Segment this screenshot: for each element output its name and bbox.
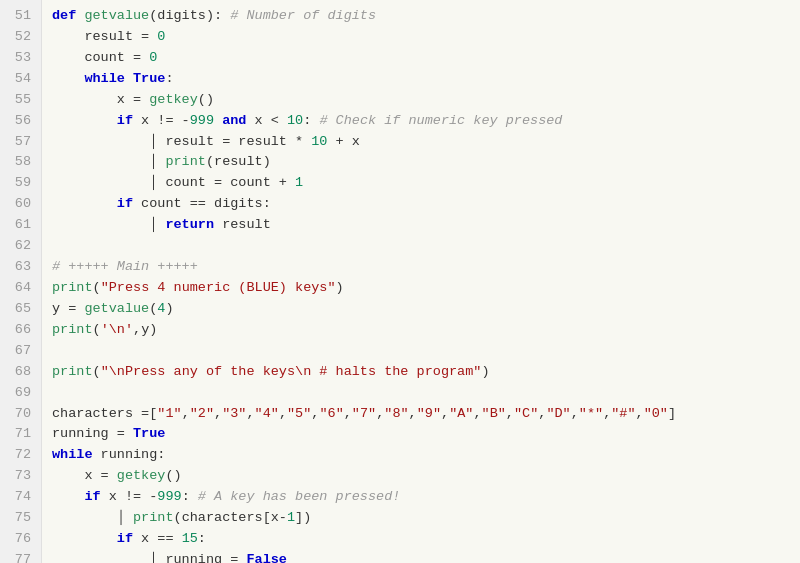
token-nu: 10 (287, 113, 303, 128)
code-line: if x == 15: (52, 529, 790, 550)
token-nm: x != - (101, 489, 158, 504)
token-st: "0" (644, 406, 668, 421)
code-line: result = 0 (52, 27, 790, 48)
token-nm: () (165, 468, 181, 483)
line-numbers-gutter: 5152535455565758596061626364656667686970… (0, 0, 42, 563)
code-line: print("\nPress any of the keys\n # halts… (52, 362, 790, 383)
token-kw: True (133, 426, 165, 441)
token-nm: x = (52, 468, 117, 483)
code-line: # +++++ Main +++++ (52, 257, 790, 278)
token-nm: ,y) (133, 322, 157, 337)
token-nm: , (182, 406, 190, 421)
line-number: 72 (6, 445, 31, 466)
token-st: "4" (255, 406, 279, 421)
line-number: 54 (6, 69, 31, 90)
token-nu: 15 (182, 531, 198, 546)
token-cm: # A key has been pressed! (198, 489, 401, 504)
token-nm: y = (52, 301, 84, 316)
token-nu: 10 (311, 134, 327, 149)
token-st: "#" (611, 406, 635, 421)
token-st: "9" (417, 406, 441, 421)
token-nm: , (571, 406, 579, 421)
token-st: "B" (482, 406, 506, 421)
code-line: while running: (52, 445, 790, 466)
token-nm (52, 196, 117, 211)
token-nu: 999 (157, 489, 181, 504)
token-nu: 999 (190, 113, 214, 128)
token-cm: # +++++ Main +++++ (52, 259, 198, 274)
token-st: "7" (352, 406, 376, 421)
token-fn: print (52, 364, 93, 379)
code-line: x = getkey() (52, 466, 790, 487)
line-number: 56 (6, 111, 31, 132)
token-nu: 1 (295, 175, 303, 190)
code-line: y = getvalue(4) (52, 299, 790, 320)
token-nm: , (214, 406, 222, 421)
token-nm: ) (336, 280, 344, 295)
line-number: 73 (6, 466, 31, 487)
token-nm: x < (246, 113, 287, 128)
token-nm: x != - (133, 113, 190, 128)
token-nm: : (165, 71, 173, 86)
line-number: 69 (6, 383, 31, 404)
token-nm: x == (133, 531, 182, 546)
line-number: 51 (6, 6, 31, 27)
token-nm: + x (327, 134, 359, 149)
token-st: "2" (190, 406, 214, 421)
token-nm: ] (668, 406, 676, 421)
token-nm: │ count = count + (52, 175, 295, 190)
token-nm (52, 71, 84, 86)
line-number: 62 (6, 236, 31, 257)
token-kw: if (117, 196, 133, 211)
line-number: 68 (6, 362, 31, 383)
code-line: print("Press 4 numeric (BLUE) keys") (52, 278, 790, 299)
token-kw: and (222, 113, 246, 128)
token-kw: if (84, 489, 100, 504)
token-kw: False (246, 552, 287, 563)
token-fn: print (133, 510, 174, 525)
code-line: if x != -999: # A key has been pressed! (52, 487, 790, 508)
token-nm: │ running = (52, 552, 246, 563)
token-st: "C" (514, 406, 538, 421)
token-nm: ( (93, 364, 101, 379)
token-kw: if (117, 113, 133, 128)
code-line: print('\n',y) (52, 320, 790, 341)
code-line: │ return result (52, 215, 790, 236)
token-nm: , (344, 406, 352, 421)
token-nm: , (473, 406, 481, 421)
token-nu: 0 (157, 29, 165, 44)
line-number: 61 (6, 215, 31, 236)
token-st: "1" (157, 406, 181, 421)
token-fn: print (52, 280, 93, 295)
token-st: "\nPress any of the keys\n # halts the p… (101, 364, 482, 379)
token-nm: characters =[ (52, 406, 157, 421)
token-nm: result (214, 217, 271, 232)
token-kw: while True (84, 71, 165, 86)
token-nm: │ (52, 510, 133, 525)
token-nm (52, 489, 84, 504)
token-kw: return (165, 217, 214, 232)
token-nm: ( (93, 280, 101, 295)
token-nm: count = (52, 50, 149, 65)
token-st: "3" (222, 406, 246, 421)
code-line (52, 341, 790, 362)
line-number: 75 (6, 508, 31, 529)
token-st: '\n' (101, 322, 133, 337)
token-nm: : (303, 113, 319, 128)
code-area[interactable]: def getvalue(digits): # Number of digits… (42, 0, 800, 563)
token-fn: print (52, 322, 93, 337)
token-st: "6" (319, 406, 343, 421)
code-line: │ print(result) (52, 152, 790, 173)
token-nm: running = (52, 426, 133, 441)
token-cm: # Number of digits (230, 8, 376, 23)
token-cm: # Check if numeric key pressed (319, 113, 562, 128)
token-kw: if (117, 531, 133, 546)
code-line: │ result = result * 10 + x (52, 132, 790, 153)
token-nm: count == digits: (133, 196, 271, 211)
line-number: 77 (6, 550, 31, 563)
token-st: "8" (384, 406, 408, 421)
token-nm: ) (481, 364, 489, 379)
line-number: 74 (6, 487, 31, 508)
line-number: 57 (6, 132, 31, 153)
token-fn: getkey (149, 92, 198, 107)
